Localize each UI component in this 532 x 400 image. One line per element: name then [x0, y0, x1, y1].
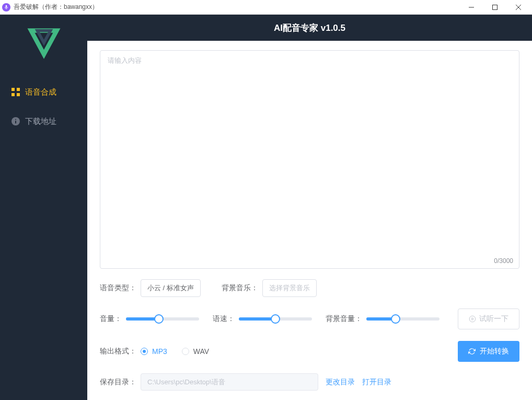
svg-rect-1: [492, 5, 497, 9]
svg-rect-7: [17, 93, 20, 96]
svg-rect-5: [17, 88, 20, 91]
bg-volume-slider-handle[interactable]: [391, 314, 400, 324]
radio-wav[interactable]: WAV: [182, 347, 209, 356]
bg-volume-label: 背景音量：: [326, 314, 362, 324]
save-path-input: [141, 373, 318, 391]
volume-slider-handle[interactable]: [154, 314, 164, 324]
vue-logo-icon: [26, 25, 62, 62]
sidebar-item-download[interactable]: 下载地址: [0, 107, 87, 136]
grid-icon: [11, 88, 20, 96]
minimize-button[interactable]: [459, 0, 483, 15]
volume-slider[interactable]: [126, 317, 199, 321]
svg-rect-4: [11, 88, 15, 91]
app-title: AI配音专家 v1.0.5: [274, 22, 345, 34]
window-titlebar: 吾爱破解（作者：bawangxx）: [0, 0, 532, 15]
radio-circle-icon: [182, 348, 189, 355]
window-title: 吾爱破解（作者：bawangxx）: [14, 3, 98, 12]
convert-button[interactable]: 开始转换: [458, 341, 519, 362]
app-header: AI配音专家 v1.0.5: [87, 15, 532, 41]
speed-slider-handle[interactable]: [271, 314, 280, 324]
radio-circle-icon: [141, 348, 148, 355]
bg-volume-slider[interactable]: [366, 317, 440, 321]
sidebar-item-voice-synthesis[interactable]: 语音合成: [0, 77, 87, 107]
maximize-button[interactable]: [483, 0, 506, 15]
volume-label: 音量：: [100, 314, 122, 324]
open-dir-button[interactable]: 打开目录: [362, 378, 391, 387]
info-icon: [11, 117, 20, 125]
sidebar-item-label: 下载地址: [25, 117, 56, 127]
speed-slider[interactable]: [239, 317, 312, 321]
char-count-label: 0/3000: [494, 257, 513, 265]
play-icon: [469, 315, 476, 323]
refresh-icon: [468, 348, 476, 355]
voice-type-label: 语音类型：: [100, 283, 136, 293]
bg-music-label: 背景音乐：: [222, 283, 258, 293]
content-textarea[interactable]: [100, 50, 519, 269]
sidebar-item-label: 语音合成: [25, 87, 56, 97]
app-icon: [2, 3, 10, 12]
preview-button[interactable]: 试听一下: [458, 308, 519, 329]
svg-point-10: [15, 119, 16, 120]
svg-point-11: [469, 316, 476, 322]
svg-rect-9: [15, 121, 16, 123]
format-label: 输出格式：: [100, 347, 136, 356]
speed-label: 语速：: [213, 314, 235, 324]
bg-music-select[interactable]: 选择背景音乐: [262, 279, 317, 297]
change-dir-button[interactable]: 更改目录: [326, 378, 355, 387]
save-path-label: 保存目录：: [100, 378, 136, 387]
svg-rect-6: [11, 93, 15, 96]
radio-mp3[interactable]: MP3: [141, 347, 167, 356]
voice-type-select[interactable]: 小云 / 标准女声: [141, 279, 201, 297]
sidebar: 语音合成 下载地址: [0, 15, 87, 400]
close-button[interactable]: [506, 0, 530, 15]
